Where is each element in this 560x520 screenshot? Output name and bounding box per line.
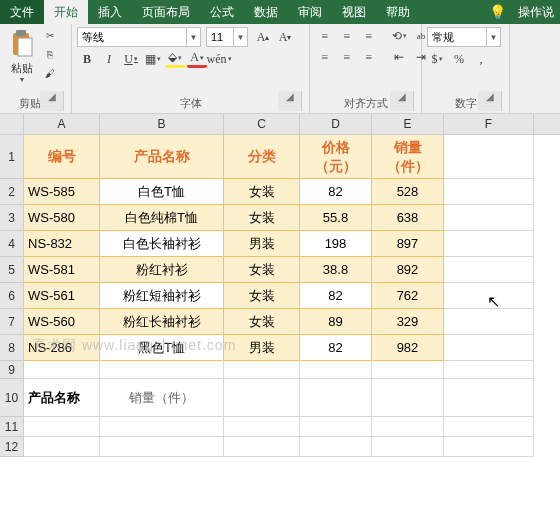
lightbulb-icon[interactable]: 💡 xyxy=(483,0,512,24)
cell[interactable]: 82 xyxy=(300,179,372,205)
cell[interactable]: 女装 xyxy=(224,257,300,283)
col-header-E[interactable]: E xyxy=(372,114,444,134)
cell[interactable] xyxy=(300,417,372,437)
cell[interactable]: 价格 （元） xyxy=(300,135,372,179)
cell[interactable]: 82 xyxy=(300,283,372,309)
cell[interactable]: 产品名称 xyxy=(100,135,224,179)
font-size-input[interactable] xyxy=(206,27,234,47)
row-header[interactable]: 6 xyxy=(0,283,24,309)
cell[interactable]: WS-581 xyxy=(24,257,100,283)
cell[interactable]: NS-832 xyxy=(24,231,100,257)
cell[interactable]: 销量 （件） xyxy=(372,135,444,179)
decrease-indent-icon[interactable]: ⇤ xyxy=(389,48,409,66)
cell[interactable]: 男装 xyxy=(224,335,300,361)
align-top-icon[interactable]: ≡ xyxy=(315,27,335,45)
format-painter-icon[interactable]: 🖌 xyxy=(41,65,59,81)
menu-data[interactable]: 数据 xyxy=(244,0,288,24)
menu-review[interactable]: 审阅 xyxy=(288,0,332,24)
cell[interactable]: NS-286 xyxy=(24,335,100,361)
cell[interactable] xyxy=(372,417,444,437)
cell[interactable] xyxy=(444,135,534,179)
col-header-F[interactable]: F xyxy=(444,114,534,134)
cell[interactable]: 产品名称 xyxy=(24,379,100,417)
font-size-dropdown[interactable]: ▼ xyxy=(234,27,248,47)
row-header[interactable]: 11 xyxy=(0,417,24,437)
row-header[interactable]: 8 xyxy=(0,335,24,361)
row-header[interactable]: 7 xyxy=(0,309,24,335)
cell[interactable] xyxy=(444,437,534,457)
row-header[interactable]: 2 xyxy=(0,179,24,205)
cell[interactable]: WS-561 xyxy=(24,283,100,309)
cell[interactable]: 897 xyxy=(372,231,444,257)
cell[interactable] xyxy=(100,417,224,437)
align-middle-icon[interactable]: ≡ xyxy=(337,27,357,45)
cell[interactable] xyxy=(24,437,100,457)
row-header[interactable]: 4 xyxy=(0,231,24,257)
cell[interactable] xyxy=(444,379,534,417)
cell[interactable]: WS-560 xyxy=(24,309,100,335)
phonetic-button[interactable]: wén▾ xyxy=(209,50,229,68)
cut-icon[interactable]: ✂ xyxy=(41,27,59,43)
comma-icon[interactable]: , xyxy=(471,50,491,68)
col-header-D[interactable]: D xyxy=(300,114,372,134)
cell[interactable]: 892 xyxy=(372,257,444,283)
cell[interactable]: 白色纯棉T恤 xyxy=(100,205,224,231)
orientation-icon[interactable]: ⟲▾ xyxy=(389,27,409,45)
cell[interactable]: 销量（件） xyxy=(100,379,224,417)
cell[interactable]: 982 xyxy=(372,335,444,361)
row-header[interactable]: 5 xyxy=(0,257,24,283)
border-button[interactable]: ▦▾ xyxy=(143,50,163,68)
cell[interactable] xyxy=(444,179,534,205)
menu-layout[interactable]: 页面布局 xyxy=(132,0,200,24)
cell[interactable] xyxy=(100,361,224,379)
align-left-icon[interactable]: ≡ xyxy=(315,48,335,66)
number-format-input[interactable] xyxy=(427,27,487,47)
cell[interactable]: 528 xyxy=(372,179,444,205)
col-header-B[interactable]: B xyxy=(100,114,224,134)
menu-view[interactable]: 视图 xyxy=(332,0,376,24)
cell[interactable] xyxy=(224,379,300,417)
cell[interactable]: 89 xyxy=(300,309,372,335)
underline-button[interactable]: U▾ xyxy=(121,50,141,68)
fill-color-button[interactable]: ⬙▾ xyxy=(165,50,185,68)
cell[interactable]: 女装 xyxy=(224,179,300,205)
align-bottom-icon[interactable]: ≡ xyxy=(359,27,379,45)
cell[interactable]: 男装 xyxy=(224,231,300,257)
bold-button[interactable]: B xyxy=(77,50,97,68)
cell[interactable]: 黑色T恤 xyxy=(100,335,224,361)
dialog-launcher-icon[interactable]: ◢ xyxy=(478,91,502,111)
dialog-launcher-icon[interactable]: ◢ xyxy=(390,91,414,111)
paste-button[interactable]: 粘贴 ▼ xyxy=(5,27,39,85)
cell[interactable] xyxy=(444,283,534,309)
font-name-input[interactable] xyxy=(77,27,187,47)
cell[interactable]: 白色长袖衬衫 xyxy=(100,231,224,257)
cell[interactable] xyxy=(24,417,100,437)
menu-help[interactable]: 帮助 xyxy=(376,0,420,24)
dialog-launcher-icon[interactable]: ◢ xyxy=(278,91,302,111)
cell[interactable]: 女装 xyxy=(224,283,300,309)
row-header[interactable]: 3 xyxy=(0,205,24,231)
cell[interactable]: 638 xyxy=(372,205,444,231)
menu-operate[interactable]: 操作说 xyxy=(512,0,560,24)
cell[interactable]: 粉红短袖衬衫 xyxy=(100,283,224,309)
cell[interactable]: 762 xyxy=(372,283,444,309)
select-all-corner[interactable] xyxy=(0,114,24,134)
copy-icon[interactable]: ⎘ xyxy=(41,46,59,62)
cell[interactable]: 白色T恤 xyxy=(100,179,224,205)
menu-home[interactable]: 开始 xyxy=(44,0,88,24)
font-name-dropdown[interactable]: ▼ xyxy=(187,27,201,47)
row-header[interactable]: 12 xyxy=(0,437,24,457)
cell[interactable] xyxy=(444,361,534,379)
align-center-icon[interactable]: ≡ xyxy=(337,48,357,66)
dialog-launcher-icon[interactable]: ◢ xyxy=(40,91,64,111)
cell[interactable]: 55.8 xyxy=(300,205,372,231)
cell[interactable] xyxy=(444,417,534,437)
col-header-A[interactable]: A xyxy=(24,114,100,134)
percent-icon[interactable]: % xyxy=(449,50,469,68)
cell[interactable]: WS-585 xyxy=(24,179,100,205)
number-format-dropdown[interactable]: ▼ xyxy=(487,27,501,47)
cell[interactable]: 198 xyxy=(300,231,372,257)
cell[interactable]: 粉红长袖衬衫 xyxy=(100,309,224,335)
menu-insert[interactable]: 插入 xyxy=(88,0,132,24)
cell[interactable]: 编号 xyxy=(24,135,100,179)
